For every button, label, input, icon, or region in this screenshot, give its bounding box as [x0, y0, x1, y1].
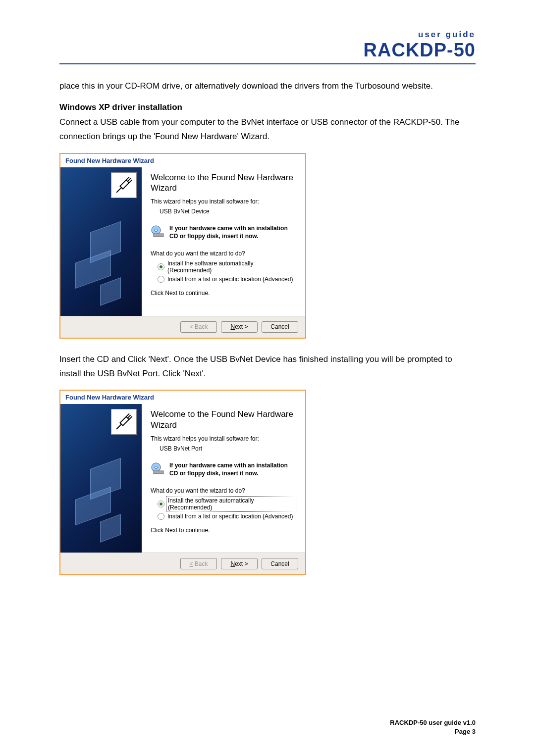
svg-point-1: [155, 229, 158, 232]
wizard-side-graphic: [60, 167, 142, 316]
hardware-connector-icon: [111, 409, 137, 435]
svg-rect-5: [154, 471, 163, 474]
wizard-window-title: Found New Hardware Wizard: [60, 391, 305, 404]
cancel-button[interactable]: Cancel: [262, 558, 298, 569]
continue-text: Click Next to continue.: [151, 290, 296, 297]
wizard-button-row: < Back Next > Cancel: [60, 316, 305, 338]
cd-hint-text: If your hardware came with an installati…: [169, 462, 296, 477]
radio-auto-label: Install the software automatically (Reco…: [167, 260, 296, 274]
radio-unselected-icon: [158, 513, 164, 520]
section-heading-xp-install: Windows XP driver installation: [59, 102, 476, 112]
wizard-content: Welcome to the Found New Hardware Wizard…: [142, 404, 305, 553]
wizard-prompt: What do you want the wizard to do?: [151, 250, 296, 257]
radio-group: Install the software automatically (Reco…: [151, 497, 296, 520]
radio-group: Install the software automatically (Reco…: [151, 260, 296, 283]
radio-selected-icon: [158, 501, 164, 507]
radio-auto-label: Install the software automatically (Reco…: [167, 497, 296, 511]
radio-advanced-label: Install from a list or specific location…: [167, 513, 293, 520]
back-button: < Back: [180, 321, 217, 333]
wizard-heading: Welcome to the Found New Hardware Wizard: [151, 409, 296, 430]
cancel-button[interactable]: Cancel: [262, 321, 298, 333]
wizard-heading: Welcome to the Found New Hardware Wizard: [151, 172, 296, 194]
wizard-content: Welcome to the Found New Hardware Wizard…: [142, 167, 305, 316]
device-name: USB BvNet Port: [151, 445, 296, 452]
wizard-helps-text: This wizard helps you install software f…: [151, 198, 296, 205]
wizard-button-row: < Back Next > Cancel: [60, 553, 305, 574]
wizard-dialog-1: Found New Hardware Wizard Welcome to the…: [59, 153, 306, 339]
device-name: USB BvNet Device: [151, 208, 296, 215]
radio-selected-icon: [158, 263, 164, 270]
radio-option-auto[interactable]: Install the software automatically (Reco…: [158, 497, 296, 511]
wizard-prompt: What do you want the wizard to do?: [151, 487, 296, 494]
footer-doc-title: RACKDP-50 user guide v1.0: [390, 718, 476, 727]
svg-point-4: [155, 466, 158, 468]
cd-hint-block: If your hardware came with an installati…: [151, 462, 296, 477]
radio-option-advanced[interactable]: Install from a list or specific location…: [158, 276, 296, 283]
cd-hint-block: If your hardware came with an installati…: [151, 225, 296, 240]
next-button[interactable]: Next >: [221, 321, 258, 333]
cd-disc-icon: [151, 462, 165, 475]
intro-paragraph-1: place this in your CD-ROM drive, or alte…: [59, 79, 476, 94]
product-title: RACKDP-50: [59, 41, 476, 59]
page-header: user guide RACKDP-50: [59, 30, 476, 64]
wizard-dialog-2: Found New Hardware Wizard Welcome to the…: [59, 390, 306, 575]
cd-hint-text: If your hardware came with an installati…: [169, 225, 296, 240]
footer-page-number: Page 3: [390, 727, 476, 736]
svg-rect-2: [154, 234, 163, 237]
radio-option-auto[interactable]: Install the software automatically (Reco…: [158, 260, 296, 274]
next-button[interactable]: Next >: [221, 558, 258, 569]
wizard-helps-text: This wizard helps you install software f…: [151, 435, 296, 442]
radio-unselected-icon: [158, 276, 164, 283]
wizard-window-title: Found New Hardware Wizard: [60, 154, 305, 167]
wizard-body: Welcome to the Found New Hardware Wizard…: [60, 404, 305, 553]
decorative-shapes: [70, 227, 130, 306]
page-footer: RACKDP-50 user guide v1.0 Page 3: [390, 718, 476, 736]
cd-disc-icon: [151, 225, 165, 238]
decorative-shapes: [70, 463, 130, 543]
user-guide-label: user guide: [59, 30, 476, 40]
page-container: user guide RACKDP-50 place this in your …: [0, 0, 535, 756]
wizard-body: Welcome to the Found New Hardware Wizard…: [60, 167, 305, 316]
continue-text: Click Next to continue.: [151, 527, 296, 534]
radio-advanced-label: Install from a list or specific location…: [167, 276, 293, 283]
intro-paragraph-3: Insert the CD and Click 'Next'. Once the…: [59, 353, 476, 381]
wizard-side-graphic: [60, 404, 142, 553]
intro-paragraph-2: Connect a USB cable from your computer t…: [59, 115, 476, 144]
radio-option-advanced[interactable]: Install from a list or specific location…: [158, 513, 296, 520]
hardware-connector-icon: [111, 172, 137, 198]
back-button: < Back: [180, 558, 217, 569]
